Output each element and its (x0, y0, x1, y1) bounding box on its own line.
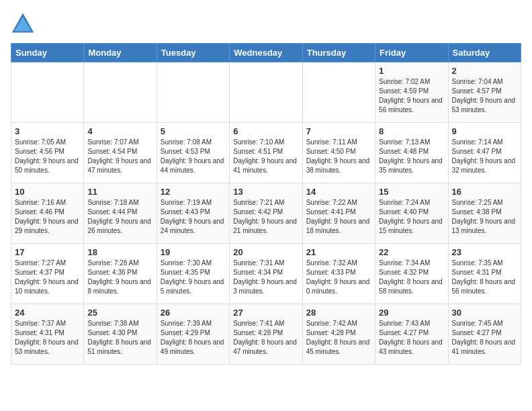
day-number: 28 (306, 308, 371, 318)
day-number: 7 (306, 126, 371, 136)
calendar-week-4: 17Sunrise: 7:27 AM Sunset: 4:37 PM Dayli… (11, 244, 521, 304)
day-number: 29 (379, 308, 444, 318)
day-number: 15 (379, 187, 444, 197)
day-number: 12 (161, 187, 226, 197)
day-info: Sunrise: 7:11 AM Sunset: 4:50 PM Dayligh… (306, 138, 371, 175)
day-info: Sunrise: 7:31 AM Sunset: 4:34 PM Dayligh… (233, 259, 298, 296)
calendar-cell: 15Sunrise: 7:24 AM Sunset: 4:40 PM Dayli… (375, 183, 448, 244)
day-number: 3 (15, 126, 80, 136)
calendar-cell: 2Sunrise: 7:04 AM Sunset: 4:57 PM Daylig… (448, 62, 521, 123)
day-info: Sunrise: 7:24 AM Sunset: 4:40 PM Dayligh… (379, 198, 444, 236)
day-info: Sunrise: 7:16 AM Sunset: 4:46 PM Dayligh… (15, 198, 80, 236)
day-number: 24 (15, 308, 80, 318)
day-info: Sunrise: 7:25 AM Sunset: 4:38 PM Dayligh… (452, 198, 517, 236)
calendar-cell: 3Sunrise: 7:05 AM Sunset: 4:56 PM Daylig… (11, 123, 84, 183)
calendar-week-3: 10Sunrise: 7:16 AM Sunset: 4:46 PM Dayli… (11, 183, 521, 244)
day-info: Sunrise: 7:14 AM Sunset: 4:47 PM Dayligh… (452, 138, 517, 175)
weekday-header-tuesday: Tuesday (157, 44, 229, 62)
day-info: Sunrise: 7:19 AM Sunset: 4:43 PM Dayligh… (161, 198, 226, 236)
day-info: Sunrise: 7:32 AM Sunset: 4:33 PM Dayligh… (306, 259, 371, 296)
calendar-cell: 13Sunrise: 7:21 AM Sunset: 4:42 PM Dayli… (230, 183, 302, 244)
header (11, 11, 521, 35)
calendar-cell: 9Sunrise: 7:14 AM Sunset: 4:47 PM Daylig… (448, 123, 521, 183)
day-info: Sunrise: 7:10 AM Sunset: 4:51 PM Dayligh… (233, 138, 298, 175)
calendar-cell: 8Sunrise: 7:13 AM Sunset: 4:48 PM Daylig… (375, 123, 448, 183)
day-number: 14 (306, 187, 371, 197)
calendar-cell: 5Sunrise: 7:08 AM Sunset: 4:53 PM Daylig… (157, 123, 229, 183)
calendar-cell: 14Sunrise: 7:22 AM Sunset: 4:41 PM Dayli… (302, 183, 375, 244)
calendar-cell (84, 62, 157, 123)
day-info: Sunrise: 7:35 AM Sunset: 4:31 PM Dayligh… (452, 259, 517, 296)
calendar-cell: 23Sunrise: 7:35 AM Sunset: 4:31 PM Dayli… (448, 244, 521, 304)
weekday-header-thursday: Thursday (302, 44, 375, 62)
calendar-cell: 19Sunrise: 7:30 AM Sunset: 4:35 PM Dayli… (157, 244, 229, 304)
calendar-cell: 4Sunrise: 7:07 AM Sunset: 4:54 PM Daylig… (84, 123, 157, 183)
day-number: 11 (87, 187, 152, 197)
day-number: 6 (233, 126, 298, 136)
calendar-week-1: 1Sunrise: 7:02 AM Sunset: 4:59 PM Daylig… (11, 62, 521, 123)
day-number: 8 (379, 126, 444, 136)
calendar-cell: 24Sunrise: 7:37 AM Sunset: 4:31 PM Dayli… (11, 304, 84, 365)
day-info: Sunrise: 7:02 AM Sunset: 4:59 PM Dayligh… (379, 77, 444, 115)
calendar-cell: 18Sunrise: 7:28 AM Sunset: 4:36 PM Dayli… (84, 244, 157, 304)
calendar-cell (302, 62, 375, 123)
calendar-header: SundayMondayTuesdayWednesdayThursdayFrid… (11, 44, 521, 62)
weekday-header-monday: Monday (84, 44, 157, 62)
day-info: Sunrise: 7:22 AM Sunset: 4:41 PM Dayligh… (306, 198, 371, 236)
day-info: Sunrise: 7:42 AM Sunset: 4:28 PM Dayligh… (306, 319, 371, 357)
day-info: Sunrise: 7:34 AM Sunset: 4:32 PM Dayligh… (379, 259, 444, 296)
calendar-cell: 27Sunrise: 7:41 AM Sunset: 4:28 PM Dayli… (230, 304, 302, 365)
day-number: 2 (452, 66, 517, 76)
day-number: 5 (161, 126, 226, 136)
day-number: 13 (233, 187, 298, 197)
calendar-cell: 29Sunrise: 7:43 AM Sunset: 4:27 PM Dayli… (375, 304, 448, 365)
calendar-body: 1Sunrise: 7:02 AM Sunset: 4:59 PM Daylig… (11, 62, 521, 365)
day-number: 25 (87, 308, 152, 318)
calendar-cell: 20Sunrise: 7:31 AM Sunset: 4:34 PM Dayli… (230, 244, 302, 304)
weekday-header-wednesday: Wednesday (230, 44, 302, 62)
day-number: 18 (87, 247, 152, 257)
calendar-cell (11, 62, 84, 123)
weekday-header-saturday: Saturday (448, 44, 521, 62)
calendar-table: SundayMondayTuesdayWednesdayThursdayFrid… (11, 43, 521, 365)
day-number: 22 (379, 247, 444, 257)
calendar-cell (157, 62, 229, 123)
day-number: 30 (452, 308, 517, 318)
day-number: 10 (15, 187, 80, 197)
day-number: 21 (306, 247, 371, 257)
logo-icon (11, 11, 35, 35)
calendar-cell: 10Sunrise: 7:16 AM Sunset: 4:46 PM Dayli… (11, 183, 84, 244)
header-row: SundayMondayTuesdayWednesdayThursdayFrid… (11, 44, 521, 62)
calendar-cell: 26Sunrise: 7:39 AM Sunset: 4:29 PM Dayli… (157, 304, 229, 365)
day-number: 20 (233, 247, 298, 257)
day-info: Sunrise: 7:13 AM Sunset: 4:48 PM Dayligh… (379, 138, 444, 175)
day-info: Sunrise: 7:07 AM Sunset: 4:54 PM Dayligh… (87, 138, 152, 175)
calendar-cell: 11Sunrise: 7:18 AM Sunset: 4:44 PM Dayli… (84, 183, 157, 244)
calendar-cell: 12Sunrise: 7:19 AM Sunset: 4:43 PM Dayli… (157, 183, 229, 244)
day-info: Sunrise: 7:08 AM Sunset: 4:53 PM Dayligh… (161, 138, 226, 175)
weekday-header-friday: Friday (375, 44, 448, 62)
day-number: 17 (15, 247, 80, 257)
day-number: 4 (87, 126, 152, 136)
calendar-cell: 25Sunrise: 7:38 AM Sunset: 4:30 PM Dayli… (84, 304, 157, 365)
day-number: 27 (233, 308, 298, 318)
day-info: Sunrise: 7:38 AM Sunset: 4:30 PM Dayligh… (87, 319, 152, 357)
day-info: Sunrise: 7:21 AM Sunset: 4:42 PM Dayligh… (233, 198, 298, 236)
calendar-week-2: 3Sunrise: 7:05 AM Sunset: 4:56 PM Daylig… (11, 123, 521, 183)
calendar-cell: 17Sunrise: 7:27 AM Sunset: 4:37 PM Dayli… (11, 244, 84, 304)
day-info: Sunrise: 7:05 AM Sunset: 4:56 PM Dayligh… (15, 138, 80, 175)
calendar-cell: 30Sunrise: 7:45 AM Sunset: 4:27 PM Dayli… (448, 304, 521, 365)
day-info: Sunrise: 7:37 AM Sunset: 4:31 PM Dayligh… (15, 319, 80, 357)
calendar-week-5: 24Sunrise: 7:37 AM Sunset: 4:31 PM Dayli… (11, 304, 521, 365)
day-number: 23 (452, 247, 517, 257)
calendar-cell: 16Sunrise: 7:25 AM Sunset: 4:38 PM Dayli… (448, 183, 521, 244)
day-info: Sunrise: 7:30 AM Sunset: 4:35 PM Dayligh… (161, 259, 226, 296)
day-info: Sunrise: 7:18 AM Sunset: 4:44 PM Dayligh… (87, 198, 152, 236)
calendar-cell: 1Sunrise: 7:02 AM Sunset: 4:59 PM Daylig… (375, 62, 448, 123)
day-number: 9 (452, 126, 517, 136)
logo (11, 11, 38, 35)
day-info: Sunrise: 7:28 AM Sunset: 4:36 PM Dayligh… (87, 259, 152, 296)
day-info: Sunrise: 7:04 AM Sunset: 4:57 PM Dayligh… (452, 77, 517, 115)
calendar-cell: 21Sunrise: 7:32 AM Sunset: 4:33 PM Dayli… (302, 244, 375, 304)
calendar-cell: 22Sunrise: 7:34 AM Sunset: 4:32 PM Dayli… (375, 244, 448, 304)
